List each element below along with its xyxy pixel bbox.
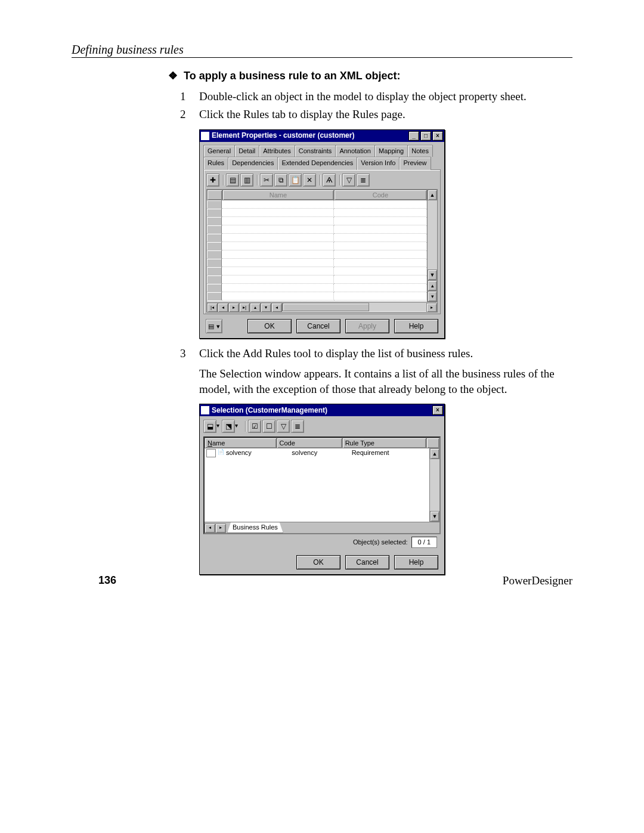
procedure-title: ❖To apply a business rule to an XML obje…	[168, 69, 573, 83]
step-text: Double-click an object in the model to d…	[199, 89, 573, 104]
tab-preview[interactable]: Preview	[399, 157, 431, 170]
customize-columns-button[interactable]: ≣	[357, 174, 370, 187]
window-title: Element Properties - customer (customer)	[212, 131, 354, 140]
window-title: Selection (CustomerManagement)	[212, 405, 327, 415]
scroll-up-icon[interactable]: ▲	[428, 190, 437, 200]
horizontal-scrollbar[interactable]: |◂ ◂ ▸ ▸| ▴ ▾ ◂ ▸	[206, 302, 438, 312]
paragraph: The Selection window appears. It contain…	[199, 366, 573, 397]
help-button[interactable]: Help	[394, 555, 438, 569]
objects-selected-label: Object(s) selected:	[353, 538, 408, 547]
cell-rule-type: Requirement	[352, 448, 429, 458]
nav-next-icon[interactable]: ▸	[228, 303, 239, 312]
include-sub-button[interactable]: ⬓	[203, 420, 216, 433]
rules-grid[interactable]: Name Code	[206, 189, 438, 302]
select-all-button[interactable]: ☑	[248, 420, 261, 433]
scroll-right-icon[interactable]: ▸	[426, 303, 437, 312]
cancel-button[interactable]: Cancel	[345, 555, 389, 569]
title-bar[interactable]: Selection (CustomerManagement) ×	[200, 404, 444, 416]
scroll-down-icon[interactable]: ▼	[430, 511, 439, 522]
title-bar[interactable]: Element Properties - customer (customer)…	[200, 130, 444, 142]
element-properties-dialog: Element Properties - customer (customer)…	[199, 129, 445, 339]
tab-attributes[interactable]: Attributes	[259, 145, 295, 157]
sheet-tab-business-rules[interactable]: Business Rules	[227, 522, 283, 533]
tab-rules[interactable]: Rules	[203, 157, 228, 170]
vertical-scrollbar[interactable]: ▲ ▼	[429, 448, 439, 522]
use-filter-button[interactable]: ▽	[277, 420, 290, 433]
row-checkbox[interactable]	[206, 449, 216, 457]
procedure-title-text: To apply a business rule to an XML objec…	[184, 70, 400, 82]
menu-dropdown-button[interactable]: ▤ ▾	[206, 319, 222, 333]
delete-button[interactable]: ✕	[303, 174, 316, 187]
sheet-nav-prev-icon[interactable]: ◂	[205, 524, 215, 533]
nav-prev-icon[interactable]: ◂	[218, 303, 228, 312]
rule-icon: 📄	[218, 448, 224, 458]
tab-annotation[interactable]: Annotation	[335, 145, 375, 157]
help-button[interactable]: Help	[394, 319, 438, 333]
scroll-page-up-icon[interactable]: ▴	[428, 280, 437, 291]
cancel-button[interactable]: Cancel	[296, 319, 340, 333]
nav-last-icon[interactable]: ▸|	[239, 303, 250, 312]
tab-dependencies[interactable]: Dependencies	[228, 157, 278, 170]
insert-row-button[interactable]: ▤	[226, 174, 239, 187]
window-icon	[201, 132, 209, 140]
find-button[interactable]: Ѧ	[323, 174, 336, 187]
tab-extended-dependencies[interactable]: Extended Dependencies	[277, 157, 357, 170]
column-header-pad	[426, 438, 439, 448]
column-header-code[interactable]: Code	[277, 438, 342, 448]
tab-notes[interactable]: Notes	[407, 145, 433, 157]
nav-bottom-icon[interactable]: ▾	[261, 303, 271, 312]
vertical-scrollbar[interactable]: ▲ ▼ ▴ ▾	[427, 190, 437, 302]
tab-version-info[interactable]: Version Info	[357, 157, 400, 170]
ok-button[interactable]: OK	[296, 555, 340, 569]
selection-toolbar: ⬓▾ ⬔▾ ☑ ☐ ▽ ≣	[203, 419, 441, 434]
page-number: 136	[98, 574, 116, 587]
maximize-button[interactable]: □	[420, 131, 431, 141]
tab-mapping[interactable]: Mapping	[374, 145, 408, 157]
scroll-down-icon[interactable]: ▼	[428, 270, 437, 280]
include-shortcut-button[interactable]: ⬔	[222, 420, 235, 433]
ok-button[interactable]: OK	[247, 319, 292, 333]
objects-selected-value: 0 / 1	[411, 537, 437, 548]
column-header-code[interactable]: Code	[334, 190, 427, 200]
cell-code: solvency	[292, 448, 351, 458]
apply-button[interactable]: Apply	[345, 319, 389, 333]
close-button[interactable]: ×	[432, 405, 443, 415]
cut-button[interactable]: ✂	[260, 174, 273, 187]
column-header-name[interactable]: NNameame	[205, 438, 277, 448]
step-number: 3	[180, 346, 199, 361]
tab-general[interactable]: General	[203, 145, 235, 157]
product-name: PowerDesigner	[503, 574, 572, 587]
minimize-button[interactable]: _	[408, 131, 419, 141]
column-header-rule-type[interactable]: Rule Type	[342, 438, 426, 448]
window-icon	[201, 406, 209, 414]
step-text: Click the Add Rules tool to display the …	[199, 346, 573, 361]
add-rules-button[interactable]: ✚	[206, 174, 219, 187]
tab-detail[interactable]: Detail	[234, 145, 259, 157]
nav-left-icon[interactable]: ◂	[271, 303, 282, 312]
list-item[interactable]: 📄 solvency solvency Requirement	[205, 448, 429, 458]
grid-corner	[207, 190, 222, 200]
deselect-all-button[interactable]: ☐	[262, 420, 275, 433]
paste-button[interactable]: 📋	[289, 174, 302, 187]
grid-toolbar: ✚ ▤ ▥ ✂ ⧉ 📋 ✕ Ѧ ▽ ≣	[206, 172, 438, 188]
scroll-page-down-icon[interactable]: ▾	[428, 291, 437, 302]
body-content: ❖To apply a business rule to an XML obje…	[168, 69, 573, 582]
rules-list[interactable]: NNameame Code Rule Type 📄 solvency solve…	[203, 436, 441, 534]
customize-columns-button[interactable]: ≣	[291, 420, 304, 433]
filter-button[interactable]: ▽	[342, 174, 355, 187]
cell-name: solvency	[226, 448, 292, 458]
nav-top-icon[interactable]: ▴	[250, 303, 261, 312]
running-header: Defining business rules	[72, 43, 184, 57]
rules-tab-panel: ✚ ▤ ▥ ✂ ⧉ 📋 ✕ Ѧ ▽ ≣	[203, 169, 441, 314]
close-button[interactable]: ×	[432, 131, 443, 141]
add-row-button[interactable]: ▥	[240, 174, 253, 187]
scroll-up-icon[interactable]: ▲	[430, 448, 439, 459]
diamond-icon: ❖	[168, 70, 178, 82]
step-number: 2	[180, 107, 199, 122]
column-header-name[interactable]: Name	[222, 190, 334, 200]
copy-button[interactable]: ⧉	[274, 174, 287, 187]
tab-constraints[interactable]: Constraints	[295, 145, 336, 157]
nav-first-icon[interactable]: |◂	[207, 303, 218, 312]
selection-dialog: Selection (CustomerManagement) × ⬓▾ ⬔▾ ☑…	[199, 404, 445, 575]
sheet-nav-next-icon[interactable]: ▸	[215, 524, 226, 533]
